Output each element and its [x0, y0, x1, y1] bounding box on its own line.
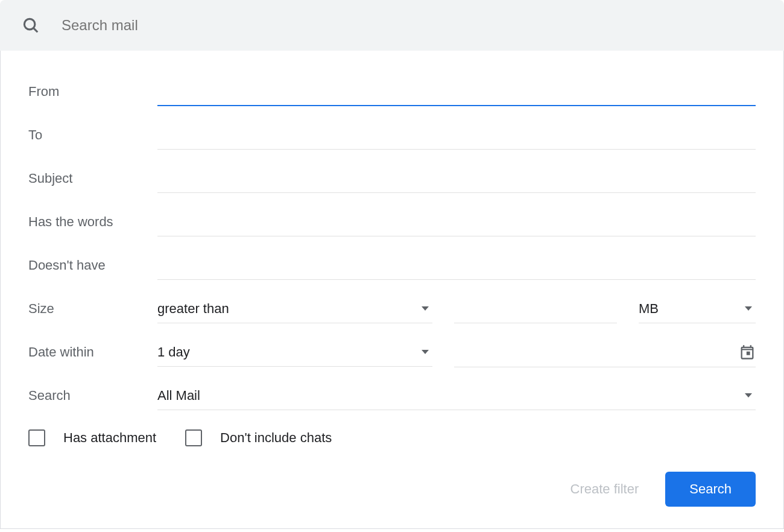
size-unit-dropdown[interactable]: MB	[639, 295, 756, 323]
chevron-down-icon	[422, 306, 429, 311]
chevron-down-icon	[422, 350, 429, 354]
doesnt-have-row: Doesn't have	[28, 244, 756, 287]
size-unit-value: MB	[639, 301, 740, 317]
to-label: To	[28, 127, 157, 143]
footer: Create filter Search	[28, 464, 756, 507]
to-row: To	[28, 113, 756, 157]
date-label: Date within	[28, 344, 157, 360]
from-row: From	[28, 70, 756, 113]
size-comparator-dropdown[interactable]: greater than	[157, 295, 432, 323]
has-attachment-label: Has attachment	[63, 430, 156, 446]
search-in-label: Search	[28, 388, 157, 404]
size-value-input[interactable]	[454, 295, 617, 323]
date-range-dropdown[interactable]: 1 day	[157, 338, 432, 367]
search-location-value: All Mail	[157, 388, 740, 404]
search-bar[interactable]	[0, 0, 784, 51]
has-words-row: Has the words	[28, 200, 756, 244]
search-button[interactable]: Search	[665, 472, 756, 507]
exclude-chats-checkbox[interactable]	[185, 429, 202, 446]
to-input[interactable]	[157, 121, 756, 150]
from-input[interactable]	[157, 77, 756, 106]
create-filter-button[interactable]: Create filter	[571, 481, 639, 497]
size-label: Size	[28, 301, 157, 317]
exclude-chats-group: Don't include chats	[185, 429, 332, 446]
calendar-icon[interactable]	[739, 344, 756, 361]
date-row: Date within 1 day	[28, 331, 756, 374]
subject-input[interactable]	[157, 165, 756, 193]
has-words-input[interactable]	[157, 208, 756, 236]
checkbox-row: Has attachment Don't include chats	[28, 417, 756, 464]
search-input[interactable]	[62, 17, 762, 34]
search-location-dropdown[interactable]: All Mail	[157, 382, 756, 410]
date-range-value: 1 day	[157, 344, 417, 360]
chevron-down-icon	[745, 306, 752, 311]
subject-label: Subject	[28, 171, 157, 186]
exclude-chats-label: Don't include chats	[220, 430, 332, 446]
has-attachment-checkbox[interactable]	[28, 429, 45, 446]
chevron-down-icon	[745, 393, 752, 397]
subject-row: Subject	[28, 157, 756, 200]
svg-point-0	[24, 19, 35, 30]
search-icon	[22, 16, 40, 34]
doesnt-have-input[interactable]	[157, 252, 756, 280]
doesnt-have-label: Doesn't have	[28, 258, 157, 273]
advanced-search-panel: From To Subject Has the words Doesn't ha…	[0, 51, 784, 529]
size-row: Size greater than MB	[28, 287, 756, 331]
svg-line-1	[33, 28, 37, 32]
size-comparator-value: greater than	[157, 301, 417, 317]
has-words-label: Has the words	[28, 214, 157, 230]
from-label: From	[28, 84, 157, 100]
search-in-row: Search All Mail	[28, 374, 756, 417]
date-value-input[interactable]	[454, 344, 739, 360]
has-attachment-group: Has attachment	[28, 429, 156, 446]
